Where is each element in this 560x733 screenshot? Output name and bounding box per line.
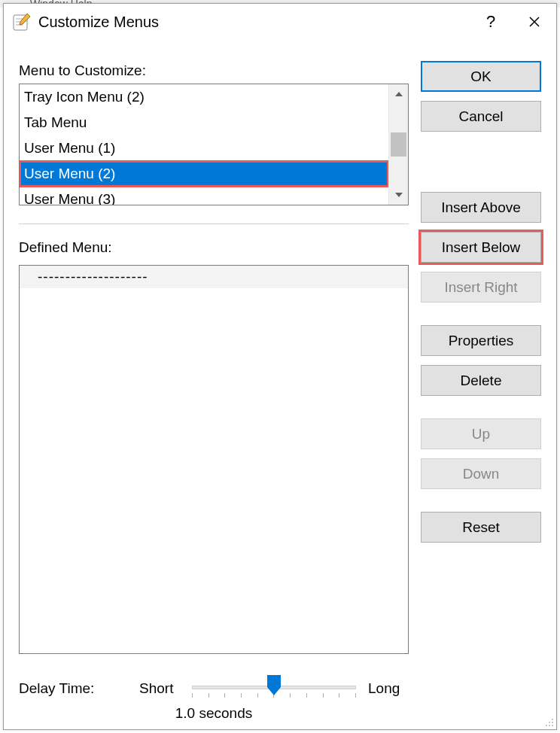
scroll-thumb[interactable] — [391, 132, 406, 157]
svg-point-9 — [549, 725, 550, 726]
menu-list-item-selected[interactable]: User Menu (2) — [20, 161, 388, 187]
slider-short-label: Short — [139, 680, 192, 697]
svg-point-6 — [549, 722, 550, 723]
delay-value: 1.0 seconds — [19, 705, 409, 722]
scroll-down-icon[interactable] — [389, 185, 408, 205]
reset-button[interactable]: Reset — [421, 512, 541, 543]
svg-point-10 — [552, 725, 553, 726]
slider-thumb[interactable] — [266, 675, 282, 696]
insert-below-button[interactable]: Insert Below — [421, 232, 541, 263]
scroll-up-icon[interactable] — [389, 84, 408, 104]
svg-point-7 — [552, 722, 553, 723]
cancel-button[interactable]: Cancel — [421, 101, 541, 132]
defined-menu-label: Defined Menu: — [19, 239, 409, 256]
menu-to-customize-label: Menu to Customize: — [19, 62, 409, 79]
defined-menu-list[interactable]: -------------------- — [19, 265, 409, 654]
delete-button[interactable]: Delete — [421, 365, 541, 396]
menu-list-item[interactable]: User Menu (1) — [20, 135, 388, 161]
menu-list-item[interactable]: User Menu (3) — [20, 187, 388, 205]
close-button[interactable] — [513, 4, 556, 40]
insert-above-button[interactable]: Insert Above — [421, 192, 541, 223]
slider-long-label: Long — [356, 680, 409, 697]
menu-list-scrollbar[interactable] — [388, 84, 408, 205]
ok-button[interactable]: OK — [421, 61, 541, 92]
svg-point-8 — [546, 725, 547, 726]
delay-slider[interactable] — [192, 675, 356, 702]
app-icon — [11, 11, 32, 32]
divider — [19, 224, 409, 224]
down-button[interactable]: Down — [421, 458, 541, 489]
insert-right-button[interactable]: Insert Right — [421, 272, 541, 303]
resize-grip-icon[interactable] — [543, 716, 555, 728]
dialog-title: Customize Menus — [38, 14, 469, 31]
titlebar: Customize Menus ? — [4, 4, 556, 40]
menu-listbox[interactable]: Tray Icon Menu (2) Tab Menu User Menu (1… — [19, 84, 409, 205]
menu-list-item[interactable]: Tab Menu — [20, 110, 388, 135]
up-button[interactable]: Up — [421, 418, 541, 449]
customize-menus-dialog: Customize Menus ? Menu to Customize: Tra… — [3, 3, 557, 730]
properties-button[interactable]: Properties — [421, 325, 541, 356]
defined-menu-separator-row[interactable]: -------------------- — [20, 266, 408, 288]
scroll-track[interactable] — [389, 104, 408, 185]
help-button[interactable]: ? — [469, 4, 513, 40]
delay-time-label: Delay Time: — [19, 680, 139, 697]
svg-point-5 — [552, 719, 553, 720]
menu-list-item[interactable]: Tray Icon Menu (2) — [20, 84, 388, 110]
